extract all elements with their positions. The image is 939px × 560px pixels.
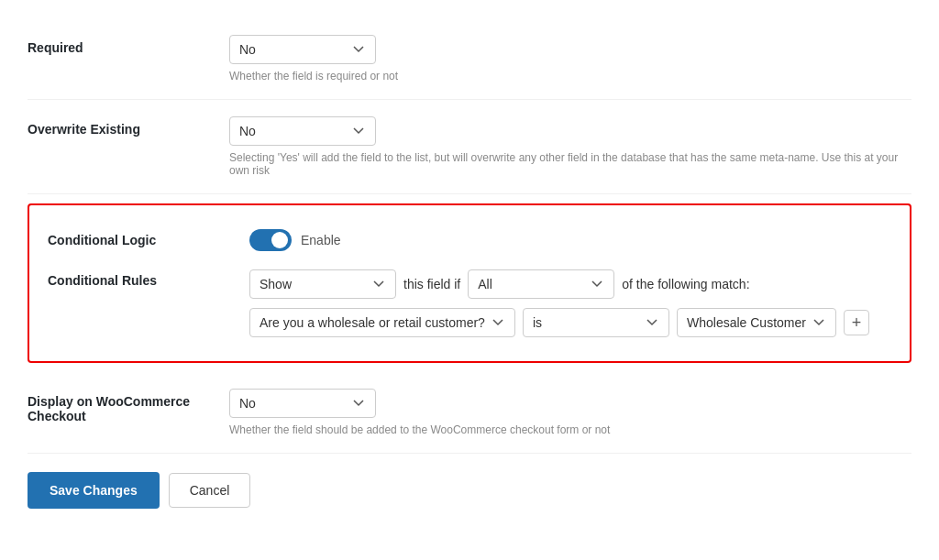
conditional-logic-row: Conditional Logic Enable (48, 220, 891, 260)
conditional-logic-label: Conditional Logic (48, 229, 249, 247)
field-select[interactable]: Are you a wholesale or retail customer? (249, 308, 515, 337)
conditional-rules-row: Conditional Rules Show Hide this field i… (48, 260, 891, 346)
display-woocommerce-control: No Yes Whether the field should be added… (229, 389, 911, 436)
conditional-logic-section: Enable (249, 229, 891, 251)
required-control: No Yes Whether the field is required or … (229, 35, 911, 82)
toggle-enable-label: Enable (301, 233, 341, 247)
show-select[interactable]: Show Hide (249, 269, 396, 299)
display-woocommerce-select[interactable]: No Yes (229, 389, 376, 418)
overwrite-row: Overwrite Existing No Yes Selecting 'Yes… (28, 100, 911, 194)
customer-select[interactable]: Wholesale Customer Retail Customer (677, 308, 836, 337)
save-button[interactable]: Save Changes (28, 472, 160, 509)
overwrite-label: Overwrite Existing (28, 116, 229, 137)
is-select[interactable]: is is not (523, 308, 669, 337)
overwrite-hint: Selecting 'Yes' will add the field to th… (229, 151, 911, 177)
of-following-text: of the following match: (622, 277, 749, 291)
required-hint: Whether the field is required or not (229, 70, 911, 82)
required-row: Required No Yes Whether the field is req… (28, 18, 911, 100)
display-woocommerce-row: Display on WooCommerce Checkout No Yes W… (28, 372, 911, 454)
required-label: Required (28, 35, 229, 55)
display-woocommerce-label: Display on WooCommerce Checkout (28, 389, 229, 423)
toggle-wrap: Enable (249, 229, 891, 251)
conditional-rules-label: Conditional Rules (48, 269, 249, 288)
page-container: Required No Yes Whether the field is req… (0, 0, 939, 545)
conditional-rules-section: Show Hide this field if All Any of the f… (249, 269, 891, 337)
overwrite-control: No Yes Selecting 'Yes' will add the fiel… (229, 116, 911, 177)
display-woocommerce-hint: Whether the field should be added to the… (229, 423, 911, 436)
toggle[interactable] (249, 229, 292, 251)
this-field-if-text: this field if (403, 277, 460, 291)
conditional-logic-box: Conditional Logic Enable Conditional Rul… (28, 203, 911, 363)
overwrite-select[interactable]: No Yes (229, 116, 376, 146)
cancel-button[interactable]: Cancel (169, 473, 251, 508)
buttons-row: Save Changes Cancel (28, 454, 911, 527)
rules-row1: Show Hide this field if All Any of the f… (249, 269, 891, 299)
required-select[interactable]: No Yes (229, 35, 376, 64)
all-select[interactable]: All Any (468, 269, 614, 299)
add-rule-button[interactable]: + (844, 310, 869, 335)
rules-row2: Are you a wholesale or retail customer? … (249, 308, 891, 337)
toggle-slider (249, 229, 292, 251)
